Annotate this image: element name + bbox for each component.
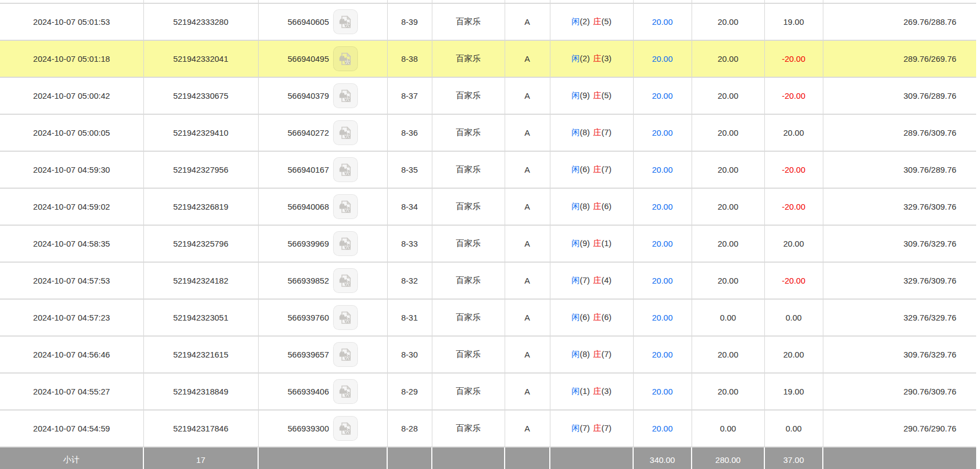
table-row[interactable]: 2024-10-07 04:58:35 521942325796 5669399… [0,225,976,262]
cell-bet-amount: 20.00 [633,299,692,336]
cell-game-type: 百家乐 [432,336,505,373]
result-zhuang-label: 庄 [593,164,602,174]
table-row[interactable]: 2024-10-07 05:01:18 521942332041 5669404… [0,40,976,77]
cell-bet-amount: 20.00 [633,77,692,114]
result-xian-label: 闲 [571,164,580,174]
cell-game-type: 百家乐 [432,40,505,77]
video-replay-button[interactable] [333,305,358,330]
table-row[interactable]: 2024-10-07 04:57:23 521942323051 5669397… [0,299,976,336]
round-id-text: 566940379 [287,91,329,100]
result-zhuang-value: (5) [602,17,612,26]
cell-round-id: 566939406 [258,373,387,410]
cell-round-id: 566939657 [258,336,387,373]
cell-valid-amount: 20.00 [692,336,764,373]
result-zhuang-label: 庄 [593,90,602,100]
result-zhuang-value: (6) [602,312,612,322]
round-id-text: 566940068 [287,202,329,211]
video-replay-button[interactable] [333,379,358,404]
table-row[interactable]: 2024-10-07 04:59:02 521942326819 5669400… [0,188,976,225]
video-replay-button[interactable] [333,342,358,367]
cell-bet-time: 2024-10-07 04:59:30 [0,151,143,188]
cell-valid-amount: 0.00 [692,410,764,447]
table-row[interactable]: 2024-10-07 04:59:30 521942327956 5669401… [0,151,976,188]
result-zhuang-value: (7) [602,164,612,174]
cell-bet-amount: 20.00 [633,151,692,188]
cell-game-type: 百家乐 [432,114,505,151]
cell-table-round: 8-28 [387,410,432,447]
cell-balance: 329.76/309.76 [823,188,976,225]
result-xian-value: (8) [580,127,590,137]
result-xian-label: 闲 [571,423,580,433]
table-row[interactable]: 2024-10-07 04:55:27 521942318849 5669394… [0,373,976,410]
footer-empty-cell [505,447,550,469]
round-id-wrap: 566939969 [287,231,357,256]
cell-balance: 290.76/290.76 [823,410,976,447]
result-xian-label: 闲 [571,54,580,63]
cell-order-id: 521942318849 [143,373,258,410]
video-replay-button[interactable] [333,46,358,71]
cell-result: 闲(7)庄(7) [550,410,633,447]
cell-valid-amount: 0.00 [692,299,764,336]
cell-round-id: 566940272 [258,114,387,151]
table-row[interactable]: 2024-10-07 05:01:53 521942333280 5669406… [0,3,976,40]
cell-round-id: 566940068 [258,188,387,225]
cell-valid-amount: 20.00 [692,77,764,114]
result-xian-value: (7) [580,423,590,433]
round-id-wrap: 566939657 [287,342,357,367]
result-xian-label: 闲 [571,275,580,285]
cell-order-id: 521942329410 [143,114,258,151]
result-zhuang-value: (7) [602,127,612,137]
cell-order-id: 521942317846 [143,410,258,447]
cell-balance: 309.76/289.76 [823,151,976,188]
video-replay-button[interactable] [333,157,358,182]
cell-balance: 309.76/329.76 [823,225,976,262]
cell-round-id: 566939852 [258,262,387,299]
cell-desk: A [505,151,550,188]
cell-bet-amount: 20.00 [633,3,692,40]
table-row[interactable]: 2024-10-07 04:54:59 521942317846 5669393… [0,410,976,447]
round-id-text: 566940605 [287,17,329,26]
table-row[interactable]: 2024-10-07 04:56:46 521942321615 5669396… [0,336,976,373]
result-xian-value: (7) [580,275,590,285]
table-row[interactable]: 2024-10-07 05:00:05 521942329410 5669402… [0,114,976,151]
cell-game-type: 百家乐 [432,225,505,262]
table-row[interactable]: 2024-10-07 04:57:53 521942324182 5669398… [0,262,976,299]
cell-balance: 289.76/309.76 [823,114,976,151]
result-xian-label: 闲 [571,127,580,137]
result-xian-value: (9) [580,90,590,100]
cell-game-type: 百家乐 [432,373,505,410]
cell-bet-time: 2024-10-07 05:00:42 [0,77,143,114]
result-zhuang-value: (1) [602,238,612,248]
cell-win-loss: -20.00 [764,151,823,188]
cell-win-loss: -20.00 [764,77,823,114]
video-file-icon [338,310,353,326]
result-zhuang-label: 庄 [593,127,602,137]
cell-bet-amount: 20.00 [633,336,692,373]
round-id-text: 566939300 [287,424,329,433]
video-replay-button[interactable] [333,268,358,293]
table-row[interactable]: 2024-10-07 05:00:42 521942330675 5669403… [0,77,976,114]
video-replay-button[interactable] [333,416,358,441]
video-file-icon [338,125,353,141]
cell-bet-time: 2024-10-07 04:54:59 [0,410,143,447]
round-id-wrap: 566939300 [287,416,357,441]
cell-desk: A [505,299,550,336]
result-xian-value: (2) [580,54,590,63]
result-xian-label: 闲 [571,312,580,322]
cell-bet-amount: 20.00 [633,410,692,447]
cell-bet-time: 2024-10-07 04:56:46 [0,336,143,373]
video-replay-button[interactable] [333,83,358,108]
records-table: 2024-10-07 05:01:53 521942333280 5669406… [0,0,976,469]
cell-win-loss: 20.00 [764,336,823,373]
video-replay-button[interactable] [333,194,358,219]
round-id-wrap: 566940605 [287,9,357,34]
video-replay-button[interactable] [333,231,358,256]
cell-table-round: 8-34 [387,188,432,225]
cell-round-id: 566939300 [258,410,387,447]
cell-bet-time: 2024-10-07 04:57:23 [0,299,143,336]
result-xian-value: (8) [580,349,590,359]
video-replay-button[interactable] [333,9,358,34]
video-file-icon [338,421,353,436]
video-replay-button[interactable] [333,120,358,145]
cell-desk: A [505,188,550,225]
